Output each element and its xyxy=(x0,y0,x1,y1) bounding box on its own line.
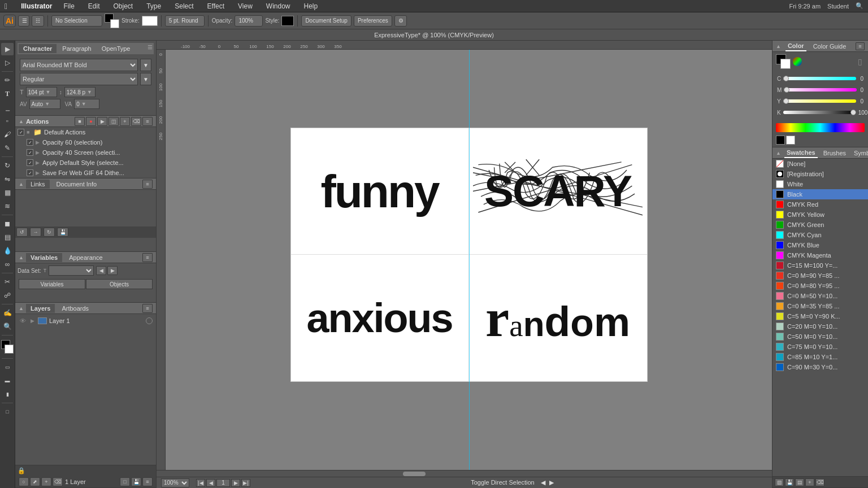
direct-selection-tool[interactable]: ▷ xyxy=(1,56,14,69)
font-size-field[interactable]: 104 pt ▼ xyxy=(26,87,57,97)
swatch-cmyk-magenta[interactable]: CMYK Magenta xyxy=(772,250,868,260)
slider-y[interactable] xyxy=(783,99,856,103)
data-set-select[interactable] xyxy=(49,265,94,276)
tab-layers[interactable]: Layers xyxy=(26,304,55,313)
page-next-btn[interactable]: ▶ xyxy=(231,479,240,487)
actions-collapse-icon[interactable]: ▲ xyxy=(19,119,24,124)
swatch-c20m0[interactable]: C=20 M=0 Y=10... xyxy=(772,321,868,332)
tab-links[interactable]: Links xyxy=(26,180,50,189)
layer-expand-icon[interactable]: ▶ xyxy=(29,317,36,324)
swatches-new-color-group-btn[interactable]: ▤ xyxy=(795,478,804,486)
action-opacity60[interactable]: ✓ ▶ Opacity 60 (selection) xyxy=(15,137,156,147)
swatches-swatch-libraries-btn[interactable]: 💾 xyxy=(785,478,794,486)
links-relink-btn[interactable]: ↺ xyxy=(16,228,28,237)
actions-record-btn[interactable]: ● xyxy=(86,117,96,126)
font-style-arrow[interactable]: ▼ xyxy=(140,73,151,85)
stroke-color-swatch[interactable] xyxy=(142,16,158,26)
white-swatch[interactable] xyxy=(786,136,795,145)
font-name-select[interactable]: Arial Rounded MT Bold xyxy=(20,59,138,71)
action-applydefault[interactable]: ✓ ▶ Apply Default Style (selecte... xyxy=(15,158,156,168)
menu-file[interactable]: File xyxy=(61,1,76,11)
artboard-tool[interactable]: ☍ xyxy=(1,289,14,302)
color-fg-bg[interactable] xyxy=(776,54,791,69)
variables-menu-btn[interactable]: ≡ xyxy=(142,253,153,262)
inside-mode[interactable]: ▮ xyxy=(1,388,14,400)
tab-color-guide[interactable]: Color Guide xyxy=(811,42,849,51)
stroke-swatch[interactable] xyxy=(110,19,119,28)
swatch-c15m100[interactable]: C=15 M=100 Y=... xyxy=(772,260,868,271)
font-style-select[interactable]: Regular xyxy=(20,73,138,85)
swatch-none[interactable]: [None] xyxy=(772,159,868,169)
page-last-btn[interactable]: ▶| xyxy=(241,479,250,487)
swatch-cmyk-yellow[interactable]: CMYK Yellow xyxy=(772,210,868,220)
paintbrush-tool[interactable]: 🖌 xyxy=(1,128,14,141)
zoom-tool[interactable]: 🔍 xyxy=(1,320,14,333)
menu-select[interactable]: Select xyxy=(172,1,196,11)
pencil-tool[interactable]: ✎ xyxy=(1,142,14,154)
tab-symbols[interactable]: Symbols xyxy=(852,149,868,158)
layers-new-btn[interactable]: + xyxy=(41,477,51,486)
variables-col-btn[interactable]: Variables xyxy=(19,279,85,289)
layers-menu-btn[interactable]: ≡ xyxy=(142,304,153,313)
font-name-arrow[interactable]: ▼ xyxy=(140,59,151,71)
menu-view[interactable]: View xyxy=(236,1,255,11)
swatch-cmyk-green[interactable]: CMYK Green xyxy=(772,220,868,230)
reflect-tool[interactable]: ⇋ xyxy=(1,173,14,185)
style-swatch[interactable] xyxy=(281,16,294,26)
swatches-view-btn[interactable]: ▧ xyxy=(775,478,784,486)
actions-play-btn[interactable]: ▶ xyxy=(97,117,107,126)
actions-new-set-btn[interactable]: ◫ xyxy=(108,117,119,126)
apple-menu[interactable]:  xyxy=(5,2,7,11)
slider-c[interactable] xyxy=(783,77,856,80)
selection-tool[interactable]: ▶ xyxy=(1,43,14,55)
scale-tool[interactable]: ▦ xyxy=(1,186,14,199)
leading-field[interactable]: 124.8 p ▼ xyxy=(64,87,96,97)
action-default-actions[interactable]: ✓ ■ 📁 Default Actions xyxy=(15,127,156,137)
scissors-tool[interactable]: ✂ xyxy=(1,276,14,288)
color-menu-btn[interactable]: ≡ xyxy=(856,42,865,50)
tracking-field[interactable]: Auto ▼ xyxy=(29,99,60,109)
layer-target-circle[interactable] xyxy=(146,317,153,324)
settings-icon[interactable]: ⚙ xyxy=(394,15,407,27)
menu-window[interactable]: Window xyxy=(264,1,293,11)
menu-help[interactable]: Help xyxy=(302,1,320,11)
tab-docinfo[interactable]: Document Info xyxy=(52,180,102,189)
fill-stroke-tool-swatches[interactable] xyxy=(1,340,15,354)
swatch-cmyk-cyan[interactable]: CMYK Cyan xyxy=(772,230,868,240)
tab-color[interactable]: Color xyxy=(785,41,806,51)
zoom-select[interactable]: 100% xyxy=(161,478,189,487)
action-check-3[interactable]: ✓ xyxy=(27,159,33,166)
tab-brushes[interactable]: Brushes xyxy=(821,149,848,158)
swatch-c75m0[interactable]: C=75 M=0 Y=10... xyxy=(772,342,868,352)
swatch-c0m90[interactable]: C=0 M=90 Y=85 ... xyxy=(772,271,868,281)
preferences-btn[interactable]: Preferences xyxy=(354,15,392,27)
opacity-value[interactable]: 100% xyxy=(235,15,263,27)
swatches-delete-btn[interactable]: ⌫ xyxy=(815,478,824,486)
font-size-arrow[interactable]: ▼ xyxy=(46,89,51,95)
objects-col-btn[interactable]: Objects xyxy=(86,279,153,289)
slider-k[interactable] xyxy=(783,111,856,114)
menu-object[interactable]: Object xyxy=(111,1,136,11)
color-collapse-icon[interactable]: ▲ xyxy=(776,43,781,49)
behind-mode[interactable]: ▬ xyxy=(1,374,14,387)
char-panel-menu[interactable]: ☰ xyxy=(147,44,153,53)
page-first-btn[interactable]: |◀ xyxy=(196,479,205,487)
swatches-collapse-icon[interactable]: ▲ xyxy=(776,150,781,156)
action-check-4[interactable]: ✓ xyxy=(27,169,33,176)
status-arrow-right[interactable]: ▶ xyxy=(549,479,554,486)
action-opacity40[interactable]: ✓ ▶ Opacity 40 Screen (selecti... xyxy=(15,147,156,158)
swatch-c90m30[interactable]: C=90 M=30 Y=0... xyxy=(772,362,868,372)
swatch-c85m10[interactable]: C=85 M=10 Y=1... xyxy=(772,352,868,362)
stroke-weight[interactable]: 5 pt. Round xyxy=(165,15,205,27)
data-set-prev-btn[interactable]: ◀ xyxy=(96,266,106,275)
normal-mode[interactable]: ▭ xyxy=(1,361,14,373)
hand-tool[interactable]: ✍ xyxy=(1,307,14,319)
warp-tool[interactable]: ≋ xyxy=(1,200,14,212)
action-check-1[interactable]: ✓ xyxy=(27,139,33,146)
leading-arrow[interactable]: ▼ xyxy=(87,89,92,95)
status-arrow-left[interactable]: ◀ xyxy=(541,479,545,486)
fill-stroke-swatches[interactable] xyxy=(105,14,119,28)
layers-menu2-btn[interactable]: ≡ xyxy=(142,477,153,486)
swatch-registration[interactable]: [Registration] xyxy=(772,169,868,179)
stroke-tool-swatch[interactable] xyxy=(5,345,14,354)
